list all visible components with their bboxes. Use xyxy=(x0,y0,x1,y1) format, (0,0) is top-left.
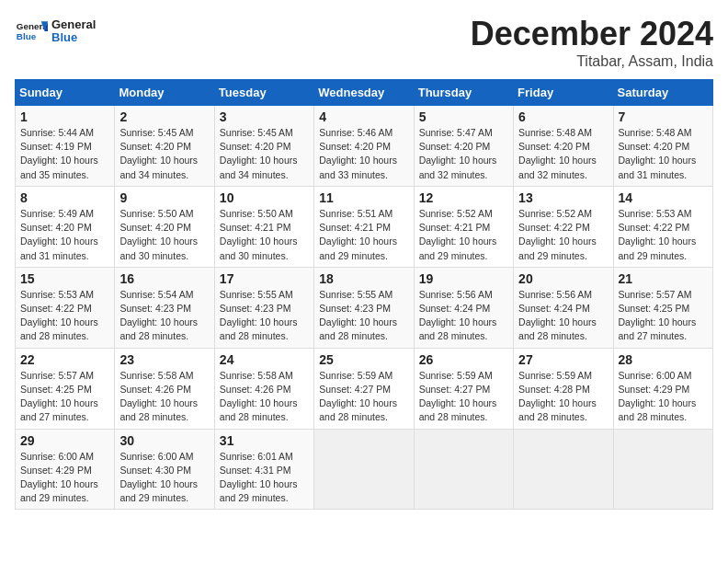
col-header-tuesday: Tuesday xyxy=(214,80,313,106)
day-detail: Sunrise: 5:46 AM Sunset: 4:20 PM Dayligh… xyxy=(319,126,408,182)
day-number: 11 xyxy=(319,190,408,205)
title-block: December 2024 Titabar, Assam, India xyxy=(471,15,713,70)
day-number: 12 xyxy=(419,190,508,205)
day-number: 30 xyxy=(119,433,209,448)
day-number: 27 xyxy=(518,352,608,367)
day-cell: 12Sunrise: 5:52 AM Sunset: 4:21 PM Dayli… xyxy=(414,186,513,267)
day-cell xyxy=(514,429,613,510)
day-detail: Sunrise: 6:00 AM Sunset: 4:29 PM Dayligh… xyxy=(20,450,109,506)
day-cell: 20Sunrise: 5:56 AM Sunset: 4:24 PM Dayli… xyxy=(514,267,613,348)
day-detail: Sunrise: 5:54 AM Sunset: 4:23 PM Dayligh… xyxy=(119,288,209,344)
day-cell: 7Sunrise: 5:48 AM Sunset: 4:20 PM Daylig… xyxy=(613,106,712,187)
day-cell xyxy=(314,429,414,510)
day-detail: Sunrise: 5:45 AM Sunset: 4:20 PM Dayligh… xyxy=(220,126,309,182)
day-detail: Sunrise: 6:00 AM Sunset: 4:29 PM Dayligh… xyxy=(619,369,708,425)
week-row-2: 8Sunrise: 5:49 AM Sunset: 4:20 PM Daylig… xyxy=(16,186,713,267)
day-cell: 24Sunrise: 5:58 AM Sunset: 4:26 PM Dayli… xyxy=(214,348,313,429)
day-cell xyxy=(414,429,513,510)
col-header-saturday: Saturday xyxy=(613,80,712,106)
day-cell: 3Sunrise: 5:45 AM Sunset: 4:20 PM Daylig… xyxy=(214,106,313,187)
day-cell: 28Sunrise: 6:00 AM Sunset: 4:29 PM Dayli… xyxy=(613,348,712,429)
day-cell: 9Sunrise: 5:50 AM Sunset: 4:20 PM Daylig… xyxy=(115,186,214,267)
calendar-table: SundayMondayTuesdayWednesdayThursdayFrid… xyxy=(15,79,713,510)
day-detail: Sunrise: 5:45 AM Sunset: 4:20 PM Dayligh… xyxy=(119,126,209,182)
day-number: 26 xyxy=(419,352,508,367)
col-header-wednesday: Wednesday xyxy=(314,80,414,106)
day-number: 1 xyxy=(20,109,109,124)
day-number: 4 xyxy=(319,109,408,124)
day-number: 3 xyxy=(220,109,309,124)
day-detail: Sunrise: 5:52 AM Sunset: 4:22 PM Dayligh… xyxy=(518,207,608,263)
day-number: 5 xyxy=(419,109,508,124)
day-detail: Sunrise: 5:57 AM Sunset: 4:25 PM Dayligh… xyxy=(20,369,109,425)
day-detail: Sunrise: 5:49 AM Sunset: 4:20 PM Dayligh… xyxy=(20,207,109,263)
calendar-header-row: SundayMondayTuesdayWednesdayThursdayFrid… xyxy=(16,80,713,106)
day-number: 10 xyxy=(220,190,309,205)
day-number: 15 xyxy=(20,271,109,286)
day-cell: 19Sunrise: 5:56 AM Sunset: 4:24 PM Dayli… xyxy=(414,267,513,348)
day-detail: Sunrise: 5:47 AM Sunset: 4:20 PM Dayligh… xyxy=(419,126,508,182)
day-detail: Sunrise: 5:56 AM Sunset: 4:24 PM Dayligh… xyxy=(518,288,608,344)
day-detail: Sunrise: 5:50 AM Sunset: 4:20 PM Dayligh… xyxy=(119,207,209,263)
day-detail: Sunrise: 6:01 AM Sunset: 4:31 PM Dayligh… xyxy=(220,450,309,506)
day-cell: 15Sunrise: 5:53 AM Sunset: 4:22 PM Dayli… xyxy=(16,267,115,348)
day-cell: 21Sunrise: 5:57 AM Sunset: 4:25 PM Dayli… xyxy=(613,267,712,348)
logo-icon: General Blue xyxy=(15,15,48,48)
day-detail: Sunrise: 5:44 AM Sunset: 4:19 PM Dayligh… xyxy=(20,126,109,182)
day-detail: Sunrise: 5:59 AM Sunset: 4:28 PM Dayligh… xyxy=(518,369,608,425)
location-title: Titabar, Assam, India xyxy=(471,53,713,70)
day-detail: Sunrise: 5:59 AM Sunset: 4:27 PM Dayligh… xyxy=(319,369,408,425)
day-cell: 27Sunrise: 5:59 AM Sunset: 4:28 PM Dayli… xyxy=(514,348,613,429)
day-detail: Sunrise: 5:48 AM Sunset: 4:20 PM Dayligh… xyxy=(619,126,708,182)
day-number: 8 xyxy=(20,190,109,205)
day-number: 31 xyxy=(220,433,309,448)
day-number: 13 xyxy=(518,190,608,205)
day-number: 19 xyxy=(419,271,508,286)
day-cell: 26Sunrise: 5:59 AM Sunset: 4:27 PM Dayli… xyxy=(414,348,513,429)
day-number: 20 xyxy=(518,271,608,286)
day-detail: Sunrise: 5:52 AM Sunset: 4:21 PM Dayligh… xyxy=(419,207,508,263)
day-number: 2 xyxy=(119,109,209,124)
day-cell: 6Sunrise: 5:48 AM Sunset: 4:20 PM Daylig… xyxy=(514,106,613,187)
day-cell: 16Sunrise: 5:54 AM Sunset: 4:23 PM Dayli… xyxy=(115,267,214,348)
day-cell: 14Sunrise: 5:53 AM Sunset: 4:22 PM Dayli… xyxy=(613,186,712,267)
day-number: 23 xyxy=(119,352,209,367)
day-number: 6 xyxy=(518,109,608,124)
svg-text:Blue: Blue xyxy=(17,31,37,41)
day-number: 22 xyxy=(20,352,109,367)
day-detail: Sunrise: 5:59 AM Sunset: 4:27 PM Dayligh… xyxy=(419,369,508,425)
day-detail: Sunrise: 5:57 AM Sunset: 4:25 PM Dayligh… xyxy=(619,288,708,344)
logo: General Blue General Blue xyxy=(15,15,96,48)
day-number: 16 xyxy=(119,271,209,286)
day-cell: 11Sunrise: 5:51 AM Sunset: 4:21 PM Dayli… xyxy=(314,186,414,267)
day-cell: 10Sunrise: 5:50 AM Sunset: 4:21 PM Dayli… xyxy=(214,186,313,267)
day-cell: 13Sunrise: 5:52 AM Sunset: 4:22 PM Dayli… xyxy=(514,186,613,267)
day-cell: 18Sunrise: 5:55 AM Sunset: 4:23 PM Dayli… xyxy=(314,267,414,348)
day-number: 21 xyxy=(619,271,708,286)
day-cell: 1Sunrise: 5:44 AM Sunset: 4:19 PM Daylig… xyxy=(16,106,115,187)
col-header-sunday: Sunday xyxy=(16,80,115,106)
day-number: 7 xyxy=(619,109,708,124)
day-number: 18 xyxy=(319,271,408,286)
month-title: December 2024 xyxy=(471,15,713,53)
day-cell: 30Sunrise: 6:00 AM Sunset: 4:30 PM Dayli… xyxy=(115,429,214,510)
day-cell: 22Sunrise: 5:57 AM Sunset: 4:25 PM Dayli… xyxy=(16,348,115,429)
week-row-5: 29Sunrise: 6:00 AM Sunset: 4:29 PM Dayli… xyxy=(16,429,713,510)
day-number: 25 xyxy=(319,352,408,367)
day-detail: Sunrise: 5:58 AM Sunset: 4:26 PM Dayligh… xyxy=(119,369,209,425)
day-number: 28 xyxy=(619,352,708,367)
day-detail: Sunrise: 5:55 AM Sunset: 4:23 PM Dayligh… xyxy=(319,288,408,344)
day-cell: 23Sunrise: 5:58 AM Sunset: 4:26 PM Dayli… xyxy=(115,348,214,429)
day-cell: 4Sunrise: 5:46 AM Sunset: 4:20 PM Daylig… xyxy=(314,106,414,187)
day-cell: 31Sunrise: 6:01 AM Sunset: 4:31 PM Dayli… xyxy=(214,429,313,510)
col-header-friday: Friday xyxy=(514,80,613,106)
day-cell: 17Sunrise: 5:55 AM Sunset: 4:23 PM Dayli… xyxy=(214,267,313,348)
day-detail: Sunrise: 5:56 AM Sunset: 4:24 PM Dayligh… xyxy=(419,288,508,344)
day-cell: 2Sunrise: 5:45 AM Sunset: 4:20 PM Daylig… xyxy=(115,106,214,187)
day-number: 14 xyxy=(619,190,708,205)
day-cell: 29Sunrise: 6:00 AM Sunset: 4:29 PM Dayli… xyxy=(16,429,115,510)
day-cell: 25Sunrise: 5:59 AM Sunset: 4:27 PM Dayli… xyxy=(314,348,414,429)
week-row-3: 15Sunrise: 5:53 AM Sunset: 4:22 PM Dayli… xyxy=(16,267,713,348)
page-header: General Blue General Blue December 2024 … xyxy=(15,15,713,70)
day-cell xyxy=(613,429,712,510)
